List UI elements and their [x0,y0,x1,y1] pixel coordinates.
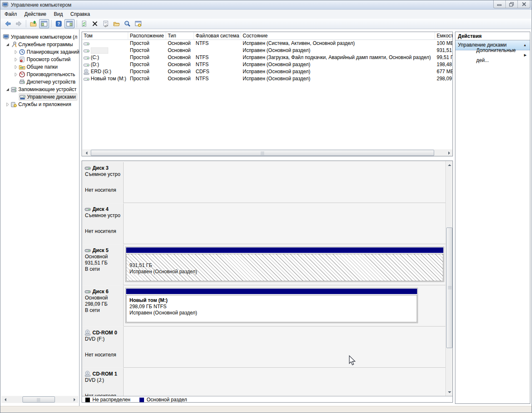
scroll-thumb[interactable] [91,150,434,156]
tree-expander-icon[interactable] [5,87,10,92]
action-pane-toggle-button[interactable] [65,19,75,28]
close-button[interactable] [518,0,530,8]
volume-row-2[interactable]: (C:)ПростойОсновнойNTFSИсправен (Загрузк… [82,54,452,61]
volume-row-1[interactable]: ПростойОсновнойИсправен (Основной раздел… [82,47,452,54]
disk-label-panel[interactable]: Диск 3Съемное устроНет носителя [82,162,124,203]
console-settings-button[interactable] [133,19,143,28]
actions-item-more-actions[interactable]: Дополнительные дей... ▶ [455,50,530,60]
disk-rows: Диск 3Съемное устроНет носителяДиск 4Съе… [82,161,445,396]
performance-icon [19,71,26,78]
partition[interactable]: Новый том (M:)298,09 ГБ NTFSИсправен (Ос… [126,295,417,322]
disk-row-4[interactable]: CD-ROM 0DVD (F:)Нет носителя [82,327,445,368]
scroll-down-button[interactable] [446,389,453,396]
tree-expander-icon[interactable] [13,72,19,77]
window-title: Управление компьютером [11,2,71,8]
help-button[interactable]: ? [54,19,64,28]
column-header-4[interactable]: Состояние [241,32,435,40]
refresh-button[interactable] [79,19,89,28]
forward-arrow-button[interactable] [14,19,24,28]
menu-view[interactable]: Вид [50,10,67,18]
tree-item-label: Производительность [26,71,76,78]
find-button[interactable] [122,19,132,28]
tree-item-7[interactable]: Запоминающие устройст [5,86,78,93]
delete-button[interactable] [90,19,100,28]
scroll-left-button[interactable] [82,149,89,156]
disk-bar[interactable]: Новый том (M:)298,09 ГБ NTFSИсправен (Ос… [125,288,418,323]
partition-text-line: Новый том (M:) [129,297,167,303]
disk-row-2[interactable]: Диск 5Основной931,51 ГБВ сети931,51 ГБИс… [82,245,445,285]
disk-bar[interactable]: 931,51 ГБИсправен (Основной раздел) [125,247,444,282]
menu-action[interactable]: Действие [21,10,50,18]
disk-row-0[interactable]: Диск 3Съемное устроНет носителя [82,162,445,203]
tree-expander-icon[interactable] [13,64,19,70]
column-header-1[interactable]: Расположение [128,32,166,40]
disk-name: Диск 5 [92,247,109,253]
volume-cell: (C:) [91,54,128,61]
volume-row-3[interactable]: (D:)ПростойОсновнойNTFSИсправен (Основно… [82,61,452,68]
menu-file[interactable]: Файл [1,10,21,18]
column-header-5[interactable]: Емкость [435,32,453,40]
disk-row-1[interactable]: Диск 4Съемное устроНет носителя [82,203,445,244]
svg-text:?: ? [57,22,60,26]
disk-info-line: Нет носителя [85,228,123,234]
disk-label-panel[interactable]: CD-ROM 0DVD (F:)Нет носителя [82,327,124,368]
tree-expander-icon[interactable] [5,101,10,107]
tree-expander-icon[interactable] [13,49,19,55]
scroll-right-button[interactable] [71,396,78,403]
column-header-3[interactable]: Файловая система [194,32,241,40]
scroll-left-button[interactable] [1,396,8,403]
console-tree-toggle-button[interactable] [39,19,49,28]
disk-label-panel[interactable]: Диск 5Основной931,51 ГБВ сети [82,245,124,285]
partition-type-strip [126,247,443,253]
column-header-0[interactable]: Том [82,32,128,40]
disk-label-panel[interactable]: Диск 6Основной298,09 ГБВ сети [82,286,124,326]
tree-item-4[interactable]: Общие папки [13,63,59,71]
disk-row-3[interactable]: Диск 6Основной298,09 ГБВ сетиНовый том (… [82,286,445,326]
scroll-thumb[interactable] [22,396,55,403]
task-scheduler-icon [19,49,26,55]
volume-row-4[interactable]: ERD (G:)ПростойОсновнойCDFSИсправен (Осн… [82,68,452,75]
scroll-right-button[interactable] [446,149,453,156]
volume-cell: Новый том (M:) [91,75,128,82]
tree-horizontal-scrollbar[interactable] [1,396,78,403]
tree-expander-icon[interactable] [5,42,10,47]
tree-item-6[interactable]: Диспетчер устройств [13,78,77,86]
volume-cell: Основной [168,68,194,75]
volume-row-5[interactable]: Новый том (M:)ПростойОсновнойNTFSИсправе… [82,75,452,82]
tree-item-8[interactable]: Управление дисками [13,93,77,101]
tree-expander-icon[interactable] [13,57,19,62]
scroll-thumb[interactable] [446,228,452,348]
tools-icon [10,41,17,48]
tree-item-2[interactable]: Планировщик заданий [13,48,80,56]
disk-label-panel[interactable]: Диск 4Съемное устроНет носителя [82,203,124,244]
disk-row-5[interactable]: CD-ROM 1DVD (J:)Нет носителя [82,368,445,396]
tree-item-1[interactable]: Служебные программы [5,41,74,48]
disk-label-panel[interactable]: CD-ROM 1DVD (J:)Нет носителя [82,368,124,396]
partition-selected[interactable]: 931,51 ГБИсправен (Основной раздел) [126,254,443,281]
tree-item-3[interactable]: Просмотр событий [13,56,72,63]
tree-item-label: Служебные программы [17,41,74,48]
menu-help[interactable]: Справка [67,10,94,18]
tree-item-5[interactable]: Производительность [13,71,76,78]
disk-drive-icon [85,288,92,295]
scroll-track[interactable] [89,149,446,156]
computer-icon [3,34,10,40]
scroll-up-button[interactable] [446,161,453,168]
legend-swatch-0 [85,398,90,402]
list-horizontal-scrollbar[interactable] [82,149,453,156]
tree-item-9[interactable]: Службы и приложения [5,101,72,108]
restore-button[interactable] [506,0,518,8]
tree-item-0[interactable]: Управление компьютером (л [3,33,79,41]
minimize-button[interactable] [494,0,506,8]
open-folder-button[interactable] [112,19,122,28]
back-arrow-button[interactable] [3,19,13,28]
expander-placeholder [13,94,19,100]
volume-row-0[interactable]: ПростойОсновнойNTFSИсправен (Система, Ак… [82,40,452,47]
tree-item-label: Диспетчер устройств [26,79,77,85]
column-header-2[interactable]: Тип [166,32,194,40]
properties-button[interactable] [101,19,111,28]
scroll-track[interactable] [8,396,71,403]
graph-vertical-scrollbar[interactable] [445,161,452,396]
volume-cell [196,47,241,54]
up-level-folder-button[interactable] [28,19,38,28]
